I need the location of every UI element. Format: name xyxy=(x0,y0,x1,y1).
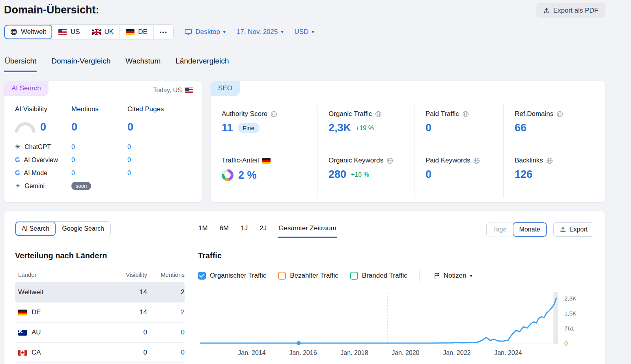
mentions-value[interactable]: 0 xyxy=(71,122,77,133)
x-tick-label: Jan. 2016 xyxy=(289,349,317,357)
metric-value[interactable]: 126 xyxy=(515,169,532,180)
mentions-value-cell: 0 xyxy=(71,117,127,133)
region-de-button[interactable]: DE xyxy=(120,25,154,39)
range-1j[interactable]: 1J xyxy=(240,221,248,238)
metric-label: Traffic-Anteil xyxy=(222,157,259,164)
granularity-months[interactable]: Monate xyxy=(513,222,546,237)
list-item-ai-overview[interactable]: GAI Overview 0 0 xyxy=(15,153,202,166)
range-2j[interactable]: 2J xyxy=(259,221,267,238)
page-header: Domain-Übersicht: Export als PDF xyxy=(4,3,605,18)
search-source-toggle: AI Search Google Search xyxy=(15,221,111,236)
traffic-panel: AI Search Google Search Verteilung nach … xyxy=(4,211,605,364)
legend-organic-traffic[interactable]: Organischer Traffic xyxy=(198,272,266,280)
currency-label: USD xyxy=(295,28,309,36)
mentions-value[interactable]: 2 xyxy=(147,308,185,316)
device-dropdown[interactable]: Desktop ▾ xyxy=(185,28,225,36)
region-uk-button[interactable]: UK xyxy=(86,25,120,39)
metric-value[interactable]: 66 xyxy=(515,123,526,133)
table-row-de[interactable]: DE 14 2 xyxy=(15,302,185,323)
table-row-au[interactable]: AU 0 0 xyxy=(15,323,185,343)
checkbox-unchecked-icon[interactable] xyxy=(350,272,358,280)
granularity-days[interactable]: Tage xyxy=(487,222,513,237)
countries-table: Länder Visibility Mentions Weltweit 14 2… xyxy=(15,269,185,363)
seo-metrics-grid: Authority Score 11 Fine Organic Traffic … xyxy=(222,105,596,198)
cited-pages-value[interactable]: 0 xyxy=(127,122,133,133)
metric-value[interactable]: 2 % xyxy=(238,170,257,181)
list-item-ai-mode[interactable]: GAI Mode 0 0 xyxy=(15,166,202,179)
engine-mentions[interactable]: 0 xyxy=(71,157,127,164)
chart-plot-area[interactable] xyxy=(198,291,558,346)
ai-visibility-value[interactable]: 0 xyxy=(40,122,46,133)
engine-mentions[interactable]: 0 xyxy=(71,170,127,177)
x-axis-labels: Jan. 2014Jan. 2016Jan. 2018Jan. 2020Jan.… xyxy=(198,347,558,357)
legend-branded-traffic[interactable]: Branded Traffic xyxy=(350,272,407,280)
mentions-value[interactable]: 0 xyxy=(147,349,185,357)
engine-mentions[interactable]: 0 xyxy=(71,144,127,151)
export-pdf-button[interactable]: Export als PDF xyxy=(536,3,605,18)
range-1m[interactable]: 1M xyxy=(198,221,208,238)
checkbox-checked-icon[interactable] xyxy=(198,272,206,280)
engine-cited[interactable]: 0 xyxy=(127,170,202,177)
gauge-icon xyxy=(15,122,35,133)
chart-export-label: Export xyxy=(569,226,588,233)
traffic-column: 1M 6M 1J 2J Gesamter Zeitraum Tage Monat… xyxy=(198,221,594,364)
flag-note-icon xyxy=(434,272,440,279)
metric-value[interactable]: 11 xyxy=(222,123,233,133)
cited-pages-value-cell: 0 xyxy=(127,117,202,133)
legend-paid-traffic[interactable]: Bezahlter Traffic xyxy=(278,272,338,280)
col-mentions: Mentions xyxy=(147,271,185,278)
monitor-icon xyxy=(185,29,192,35)
domain-overview-page: Domain-Übersicht: Export als PDF Weltwei… xyxy=(0,0,631,364)
metric-value[interactable]: 0 xyxy=(426,169,431,180)
de-flag-icon xyxy=(18,310,27,315)
country-name: DE xyxy=(32,308,41,316)
region-weltweit-button[interactable]: Weltweit xyxy=(4,25,52,39)
globe-info-icon xyxy=(462,111,469,118)
list-item-gemini[interactable]: ✦Gemini soon xyxy=(15,179,202,192)
chart-export-button[interactable]: Export xyxy=(553,222,594,237)
metric-organic-traffic: Organic Traffic 2,3K +19 % xyxy=(317,105,414,152)
metric-label: Authority Score xyxy=(222,110,267,118)
us-flag-icon xyxy=(58,29,67,35)
engine-cited[interactable]: 0 xyxy=(127,157,202,164)
metric-value[interactable]: 0 xyxy=(426,123,431,133)
tab-laendervergleich[interactable]: Ländervergleich xyxy=(175,54,230,72)
google-icon: G xyxy=(15,170,20,176)
metric-value[interactable]: 2,3K xyxy=(329,123,351,133)
metric-value[interactable]: 280 xyxy=(329,169,346,180)
list-item-chatgpt[interactable]: ✳ChatGPT 0 0 xyxy=(15,140,202,153)
region-more-button[interactable]: ••• xyxy=(154,25,174,39)
tab-uebersicht[interactable]: Übersicht xyxy=(4,54,37,72)
x-tick-label: Jan. 2022 xyxy=(443,349,470,357)
table-row-weltweit[interactable]: Weltweit 14 2 xyxy=(15,282,185,302)
notes-dropdown[interactable]: Notizen ▾ xyxy=(431,271,475,280)
metric-traffic-share: Traffic-Anteil 2 % xyxy=(222,152,317,198)
traffic-line-chart[interactable] xyxy=(198,291,558,346)
table-row-ca[interactable]: CA 0 0 xyxy=(15,343,185,363)
checkbox-unchecked-icon[interactable] xyxy=(278,272,286,280)
donut-chart-icon xyxy=(222,169,233,181)
tab-domain-vergleich[interactable]: Domain-Vergleich xyxy=(50,54,111,72)
notes-label: Notizen xyxy=(444,272,467,280)
toggle-google-search[interactable]: Google Search xyxy=(56,222,110,236)
ai-engines-list: ✳ChatGPT 0 0 GAI Overview 0 0 GAI Mode 0… xyxy=(4,140,202,192)
tab-wachstum[interactable]: Wachstum xyxy=(125,54,161,72)
page-title: Domain-Übersicht: xyxy=(4,4,99,16)
currency-dropdown[interactable]: USD ▾ xyxy=(295,28,314,36)
date-dropdown[interactable]: 17. Nov. 2025 ▾ xyxy=(237,28,284,36)
engine-name: AI Overview xyxy=(24,157,58,164)
engine-name: ChatGPT xyxy=(24,144,51,151)
range-6m[interactable]: 6M xyxy=(219,221,230,238)
upload-icon xyxy=(543,7,550,14)
globe-info-icon xyxy=(473,157,480,164)
engine-cited[interactable]: 0 xyxy=(127,144,202,151)
region-us-button[interactable]: US xyxy=(52,25,86,39)
filter-row: Weltweit US UK DE ••• Desktop ▾ xyxy=(4,24,605,39)
x-tick-label: Jan. 2020 xyxy=(392,349,419,357)
device-label: Desktop xyxy=(195,28,220,36)
range-all-time[interactable]: Gesamter Zeitraum xyxy=(278,221,336,238)
metric-ref-domains: Ref.Domains 66 xyxy=(503,105,596,152)
mentions-value[interactable]: 0 xyxy=(147,329,185,336)
y-axis-labels: 2,3K1,5K7610 xyxy=(558,291,588,346)
toggle-ai-search[interactable]: AI Search xyxy=(15,222,56,236)
